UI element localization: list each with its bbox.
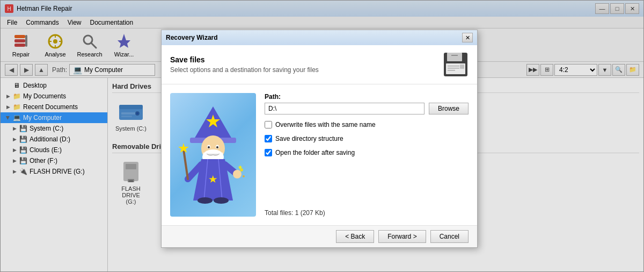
total-files: Total files: 1 (207 Kb): [265, 209, 469, 217]
path-input-row: Browse: [265, 103, 469, 114]
svg-point-52: [243, 175, 245, 177]
svg-rect-36: [460, 65, 464, 69]
modal-body: Path: Browse Overwrite files with the sa…: [162, 84, 477, 225]
path-input[interactable]: [265, 103, 425, 114]
save-dir-checkbox[interactable]: [265, 135, 272, 142]
open-folder-checkbox-row: Open the folder after saving: [265, 149, 469, 156]
modal-save-title: Save files: [170, 55, 319, 64]
svg-point-55: [214, 197, 229, 204]
forward-button[interactable]: Forward >: [378, 230, 426, 243]
svg-rect-35: [448, 70, 455, 71]
modal-header-text: Save files Select options and a destinat…: [170, 55, 319, 74]
svg-point-51: [240, 168, 243, 171]
floppy-icon: [443, 52, 469, 77]
back-button[interactable]: < Back: [336, 230, 374, 243]
svg-point-43: [208, 146, 210, 148]
open-folder-label[interactable]: Open the folder after saving: [275, 149, 355, 156]
main-window: H Hetman File Repair — □ ✕ File Commands…: [0, 0, 644, 272]
cancel-button[interactable]: Cancel: [430, 230, 469, 243]
overwrite-checkbox-row: Overwrite files with the same name: [265, 121, 469, 128]
svg-line-48: [184, 149, 188, 179]
modal-title: Recovery Wizard: [166, 34, 462, 41]
overwrite-label[interactable]: Overwrite files with the same name: [275, 121, 376, 128]
overwrite-checkbox[interactable]: [265, 121, 272, 128]
open-folder-checkbox[interactable]: [265, 149, 272, 156]
footer-buttons: < Back Forward > Cancel: [336, 230, 469, 243]
path-form-label: Path:: [265, 93, 469, 101]
svg-point-50: [233, 170, 241, 178]
save-dir-label[interactable]: Save directory structure: [275, 135, 343, 142]
path-form-row: Path: Browse: [265, 93, 469, 114]
svg-rect-31: [451, 55, 458, 56]
modal-title-bar: Recovery Wizard ✕: [162, 30, 477, 45]
wizard-image: [170, 93, 256, 217]
modal-header: Save files Select options and a destinat…: [162, 45, 477, 84]
svg-rect-34: [448, 68, 459, 69]
modal-footer: < Back Forward > Cancel: [162, 225, 477, 247]
svg-rect-30: [447, 53, 462, 61]
recovery-wizard-modal: Recovery Wizard ✕ Save files Select opti…: [161, 30, 478, 248]
modal-form: Path: Browse Overwrite files with the sa…: [265, 93, 469, 217]
svg-rect-33: [448, 66, 459, 67]
browse-button[interactable]: Browse: [429, 103, 469, 114]
modal-close-button[interactable]: ✕: [462, 33, 473, 42]
modal-save-subtitle: Select options and a destination for sav…: [170, 66, 319, 74]
svg-point-44: [216, 146, 218, 148]
svg-point-54: [197, 197, 213, 204]
modal-overlay: Recovery Wizard ✕ Save files Select opti…: [0, 0, 644, 272]
save-dir-checkbox-row: Save directory structure: [265, 135, 469, 142]
